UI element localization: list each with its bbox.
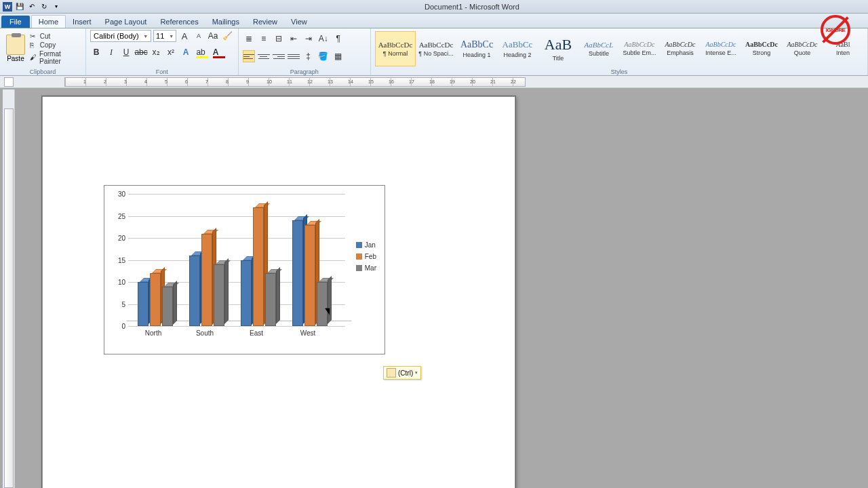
style-quote[interactable]: AaBbCcDcQuote (782, 31, 823, 66)
italic-button[interactable]: I (105, 46, 117, 58)
justify-button[interactable] (288, 50, 300, 62)
style-name: Heading 2 (503, 52, 531, 58)
clipboard-icon (387, 368, 396, 378)
save-icon[interactable]: 💾 (15, 2, 24, 12)
horizontal-ruler-row: 12345678910111213141516171819202122 (0, 76, 868, 88)
shading-button[interactable]: 🪣 (317, 50, 330, 62)
tab-mailings[interactable]: Mailings (205, 16, 246, 28)
clear-format-button[interactable]: 🧹 (221, 30, 233, 42)
bar-south-jan[interactable] (189, 256, 200, 326)
bar-north-mar[interactable] (162, 287, 173, 327)
paste-label: Paste (7, 55, 24, 62)
bar-east-mar[interactable] (265, 273, 276, 326)
sort-button[interactable]: A↓ (317, 33, 330, 45)
style-name: Inten (836, 49, 850, 56)
tab-home[interactable]: Home (31, 15, 66, 28)
font-name-select[interactable]: Calibri (Body)▼ (90, 30, 151, 42)
group-label-styles: Styles (371, 68, 867, 75)
group-label-clipboard: Clipboard (0, 68, 85, 75)
page: 051015202530 NorthSouthEastWest JanFebMa… (42, 96, 515, 488)
style-subtle-em-[interactable]: AaBbCcDcSubtle Em... (619, 31, 660, 66)
tab-references[interactable]: References (153, 16, 205, 28)
style-subtitle[interactable]: AaBbCcLSubtitle (578, 31, 619, 66)
word-app-icon[interactable]: W (3, 2, 12, 12)
highlight-button[interactable]: ab (195, 46, 207, 58)
view-ruler-toggle[interactable] (4, 77, 14, 87)
style--normal[interactable]: AaBbCcDc¶ Normal (375, 31, 416, 66)
increase-indent-button[interactable]: ⇥ (302, 33, 315, 45)
align-center-button[interactable] (258, 50, 270, 62)
bar-west-feb[interactable] (304, 225, 315, 327)
bar-east-feb[interactable] (253, 207, 264, 327)
chart-object[interactable]: 051015202530 NorthSouthEastWest JanFebMa… (104, 185, 385, 354)
style-title[interactable]: AaBTitle (538, 31, 578, 66)
tab-page-layout[interactable]: Page Layout (98, 16, 154, 28)
bar-north-jan[interactable] (138, 282, 149, 326)
borders-button[interactable]: ▦ (332, 50, 344, 62)
group-clipboard: Paste ✂Cut ⎘Copy 🖌Format Painter Clipboa… (0, 28, 86, 75)
cut-button[interactable]: ✂Cut (30, 33, 81, 41)
vertical-ruler[interactable] (3, 89, 15, 488)
bar-north-feb[interactable] (150, 273, 161, 326)
line-spacing-button[interactable]: ‡ (302, 50, 315, 62)
format-painter-button[interactable]: 🖌Format Painter (30, 50, 81, 65)
bar-south-mar[interactable] (214, 264, 224, 326)
style-name: Emphasis (667, 49, 694, 56)
legend-label: Feb (365, 253, 376, 260)
x-category-label: North (130, 329, 177, 337)
multilevel-button[interactable]: ⊟ (273, 33, 285, 45)
font-color-button[interactable]: A (210, 46, 222, 58)
paste-button[interactable]: Paste (4, 35, 27, 62)
window-title: Document1 - Microsoft Word (425, 3, 519, 11)
paste-options-smarttag[interactable]: (Ctrl) ▾ (383, 366, 421, 380)
undo-icon[interactable]: ↶ (27, 2, 37, 12)
decrease-indent-button[interactable]: ⇤ (288, 33, 300, 45)
watermark-circle: IGNORE (821, 15, 850, 45)
style-heading-1[interactable]: AaBbCcHeading 1 (456, 31, 497, 66)
numbering-button[interactable]: ≡ (258, 33, 270, 45)
y-tick-label: 5 (113, 300, 125, 308)
tab-view[interactable]: View (284, 16, 314, 28)
horizontal-ruler[interactable]: 12345678910111213141516171819202122 (64, 77, 526, 87)
copy-button[interactable]: ⎘Copy (30, 41, 81, 49)
qat-customize-icon[interactable]: ▾ (52, 2, 61, 12)
bullets-button[interactable]: ≣ (243, 33, 255, 45)
bar-west-jan[interactable] (292, 220, 303, 326)
bar-west-mar[interactable] (317, 282, 328, 326)
title-bar: W 💾 ↶ ↻ ▾ Document1 - Microsoft Word (0, 0, 868, 14)
style-heading-2[interactable]: AaBbCcHeading 2 (497, 31, 538, 66)
tab-review[interactable]: Review (246, 16, 284, 28)
underline-button[interactable]: U (120, 46, 132, 58)
style-name: Strong (753, 49, 771, 56)
show-marks-button[interactable]: ¶ (332, 33, 344, 45)
style-strong[interactable]: AaBbCcDcStrong (741, 31, 782, 66)
paste-options-label: (Ctrl) (398, 369, 413, 377)
style-intense-e-[interactable]: AaBbCcDcIntense E... (701, 31, 741, 66)
style--no-spaci-[interactable]: AaBbCcDc¶ No Spaci... (416, 31, 456, 66)
legend-swatch (356, 253, 362, 260)
clipboard-icon (6, 35, 25, 55)
bar-south-feb[interactable] (201, 234, 212, 327)
y-tick-label: 20 (113, 235, 125, 242)
bar-east-jan[interactable] (241, 260, 252, 327)
tab-insert[interactable]: Insert (66, 16, 98, 28)
document-scroll[interactable]: 051015202530 NorthSouthEastWest JanFebMa… (15, 89, 868, 488)
subscript-button[interactable]: x₂ (150, 46, 162, 58)
style-name: ¶ Normal (383, 50, 408, 57)
strike-button[interactable]: abc (135, 46, 147, 58)
align-right-button[interactable] (273, 50, 285, 62)
superscript-button[interactable]: x² (165, 46, 177, 58)
align-left-button[interactable] (243, 50, 255, 62)
style-name: Subtitle (589, 50, 609, 57)
y-tick-label: 15 (113, 256, 125, 264)
shrink-font-button[interactable]: A (193, 30, 205, 42)
change-case-button[interactable]: Aa (207, 30, 219, 42)
style-name: Quote (794, 49, 811, 56)
style-emphasis[interactable]: AaBbCcDcEmphasis (660, 31, 701, 66)
font-size-select[interactable]: 11▼ (153, 30, 176, 42)
redo-icon[interactable]: ↻ (39, 2, 49, 12)
tab-file[interactable]: File (1, 16, 30, 28)
grow-font-button[interactable]: A (178, 30, 191, 42)
bold-button[interactable]: B (90, 46, 102, 58)
text-effects-button[interactable]: A (180, 46, 192, 58)
